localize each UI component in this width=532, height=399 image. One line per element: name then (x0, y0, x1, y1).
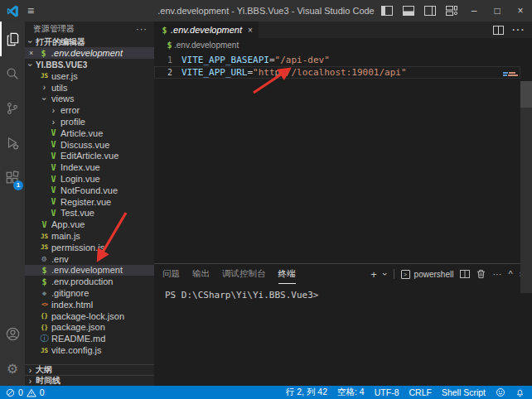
code-line-2[interactable]: 2VITE_APP_URL="http://localhost:19001/ap… (154, 66, 532, 79)
tree-item-.env[interactable]: ⚙.env (25, 253, 154, 265)
tree-item-Index.vue[interactable]: VIndex.vue (25, 161, 154, 173)
tree-item-label: index.html (51, 300, 93, 310)
tree-item-label: Article.vue (60, 128, 103, 138)
settings-gear-icon[interactable]: ⚙ (0, 351, 25, 386)
menu-icon[interactable]: ≡ (27, 5, 34, 17)
search-icon[interactable] (0, 56, 25, 91)
close-window-button[interactable]: × (509, 0, 532, 22)
explorer-icon[interactable] (0, 22, 25, 56)
vue-file-icon: V (48, 209, 59, 218)
toggle-secondary-sidebar-icon[interactable] (419, 0, 441, 22)
js-file-icon: JS (39, 243, 50, 251)
tree-item-label: error (60, 105, 80, 115)
shell-file-icon: $ (39, 266, 50, 275)
tree-item-utils[interactable]: ›utils (25, 82, 154, 94)
timeline-section-header[interactable]: › 时间线 (25, 375, 154, 386)
views-and-more-actions-icon[interactable]: ··· (136, 24, 148, 34)
code-text: VITE_APP_URL="http://localhost:19001/api… (181, 67, 407, 78)
tree-item-Discuss.vue[interactable]: VDiscuss.vue (25, 139, 154, 151)
source-control-icon[interactable] (0, 91, 25, 126)
toggle-panel-icon[interactable] (398, 0, 419, 22)
warning-count: 0 (40, 387, 45, 397)
git-file-icon: ◆ (39, 289, 50, 297)
open-editor-item-env-development[interactable]: × $ .env.development (25, 47, 154, 59)
tree-item-permission.js[interactable]: JSpermission.js (25, 242, 154, 253)
tree-item-user.js[interactable]: JSuser.js (25, 70, 154, 82)
customize-layout-icon[interactable] (441, 0, 462, 22)
code-line-1[interactable]: 1VITE_APP_BASEAPI="/api-dev" (154, 54, 532, 66)
terminal-content[interactable]: PS D:\CSharp\Yi\Yi.BBS.Vue3> (154, 284, 532, 300)
tree-item-.gitignore[interactable]: ◆.gitignore (25, 287, 154, 299)
toggle-primary-sidebar-icon[interactable] (376, 0, 398, 22)
file-tree: JSuser.js›utils›views›error›profileVArti… (25, 70, 154, 356)
panel-tab-输出[interactable]: 输出 (192, 264, 210, 284)
status-right: 行 2, 列 42空格: 4UTF-8CRLFShell Script (286, 387, 525, 398)
tree-item-main.js[interactable]: JSmain.js (25, 230, 154, 242)
tree-item-profile[interactable]: ›profile (25, 116, 154, 127)
chevron-right-icon: › (25, 366, 36, 375)
account-icon[interactable] (0, 316, 25, 351)
close-editor-icon[interactable]: × (29, 49, 38, 57)
problems-status[interactable]: 0 0 (6, 387, 45, 397)
close-tab-icon[interactable]: × (248, 26, 253, 35)
gear-file-icon: ⚙ (39, 254, 50, 263)
status-cursor-position[interactable]: 行 2, 列 42 (286, 387, 327, 398)
maximize-button[interactable]: □ (486, 0, 509, 22)
tree-item-.env.production[interactable]: $.env.production (25, 276, 154, 287)
open-editor-label: .env.development (51, 48, 123, 58)
editor-scrollbar[interactable] (520, 81, 532, 293)
chevron-right-icon: › (48, 106, 59, 115)
kill-terminal-icon[interactable] (476, 269, 486, 279)
extensions-icon[interactable]: 1 (0, 161, 25, 195)
terminal-profile-dropdown-icon[interactable]: › (380, 272, 390, 276)
tree-item-Login.vue[interactable]: VLogin.vue (25, 173, 154, 185)
tree-item-label: Discuss.vue (60, 140, 109, 150)
tree-item-package-lock.json[interactable]: {}package-lock.json (25, 310, 154, 322)
project-root-header[interactable]: › YI.BBS.VUE3 (25, 59, 154, 70)
run-debug-icon[interactable] (0, 126, 25, 161)
panel-more-actions-icon[interactable]: ··· (492, 269, 501, 279)
split-terminal-icon[interactable] (460, 270, 470, 278)
tree-item-vite.config.js[interactable]: JSvite.config.js (25, 344, 154, 356)
open-editors-header[interactable]: › 打开的编辑器 (25, 36, 154, 47)
tree-item-package.json[interactable]: {}package.json (25, 322, 154, 334)
panel-tab-终端[interactable]: 终端 (278, 264, 296, 284)
notifications-bell-icon[interactable] (515, 387, 525, 397)
warning-triangle-icon (27, 388, 36, 397)
panel-tab-问题[interactable]: 问题 (162, 264, 180, 284)
vue-file-icon: V (48, 175, 59, 184)
tab-env-development[interactable]: $ .env.development × (154, 22, 259, 38)
tree-item-Register.vue[interactable]: VRegister.vue (25, 196, 154, 208)
vue-file-icon: V (48, 197, 59, 206)
code-area[interactable]: 1VITE_APP_BASEAPI="/api-dev"2VITE_APP_UR… (154, 51, 532, 263)
terminal-shell-label[interactable]: powershell (414, 270, 454, 279)
tree-item-README.md[interactable]: ⓘREADME.md (25, 333, 154, 344)
breadcrumb[interactable]: $ .env.development (154, 38, 532, 51)
minimap[interactable] (503, 72, 518, 77)
status-indentation[interactable]: 空格: 4 (337, 387, 365, 398)
tree-item-views[interactable]: ›views (25, 94, 154, 105)
feedback-icon[interactable] (496, 387, 505, 397)
minimize-button[interactable]: – (462, 0, 486, 22)
new-terminal-icon[interactable]: + (370, 268, 377, 281)
more-actions-icon[interactable]: ··· (511, 22, 525, 37)
status-encoding[interactable]: UTF-8 (375, 387, 399, 397)
tree-item-.env.development[interactable]: $.env.development (25, 265, 154, 276)
tree-item-Article.vue[interactable]: VArticle.vue (25, 127, 154, 139)
panel-tab-调试控制台[interactable]: 调试控制台 (222, 264, 266, 284)
sidebar-title-row: 资源管理器 ··· (25, 22, 154, 36)
tree-item-EditArticle.vue[interactable]: VEditArticle.vue (25, 151, 154, 162)
split-editor-icon[interactable] (493, 26, 504, 35)
tree-item-NotFound.vue[interactable]: VNotFound.vue (25, 185, 154, 196)
tree-item-App.vue[interactable]: VApp.vue (25, 219, 154, 230)
status-eol[interactable]: CRLF (409, 387, 431, 397)
tree-item-index.html[interactable]: <>index.html (25, 299, 154, 310)
tree-item-Test.vue[interactable]: VTest.vue (25, 208, 154, 219)
timeline-label: 时间线 (36, 375, 60, 386)
tree-item-error[interactable]: ›error (25, 104, 154, 116)
status-language-mode[interactable]: Shell Script (442, 387, 486, 397)
chevron-right-icon: › (25, 377, 36, 386)
outline-section-header[interactable]: › 大纲 (25, 364, 154, 375)
maximize-panel-icon[interactable]: ^ (508, 269, 512, 279)
project-root-label: YI.BBS.VUE3 (36, 60, 87, 70)
